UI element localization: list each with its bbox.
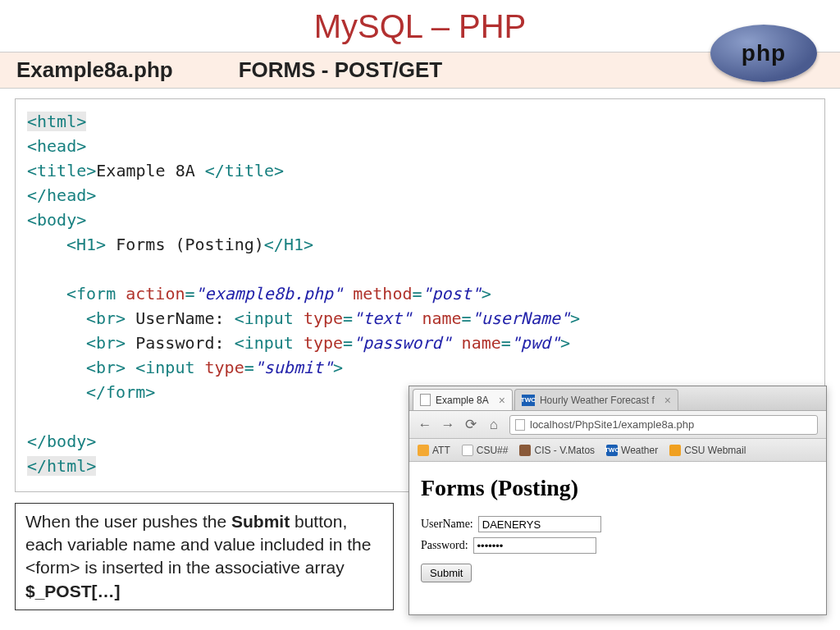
mail-icon xyxy=(669,445,681,456)
subtitle-filename: Example8a.php xyxy=(16,57,173,83)
bookmark-bar: ATT CSU## CIS - V.Matos TWCWeather CSU W… xyxy=(409,439,826,462)
bookmark-item[interactable]: CSU## xyxy=(462,445,509,456)
submit-button[interactable]: Submit xyxy=(421,564,472,582)
browser-tab-inactive[interactable]: TWC Hourly Weather Forecast f × xyxy=(514,389,678,410)
document-icon xyxy=(462,445,473,456)
bookmark-item[interactable]: TWCWeather xyxy=(606,445,658,456)
document-icon xyxy=(420,394,431,406)
password-label: Password: xyxy=(421,539,468,552)
caption-box: When the user pushes the Submit button, … xyxy=(15,503,394,610)
forward-icon[interactable]: → xyxy=(441,417,455,433)
php-logo: php xyxy=(710,25,817,82)
tab-label: Hourly Weather Forecast f xyxy=(540,395,655,406)
browser-tab-active[interactable]: Example 8A × xyxy=(413,389,513,410)
password-input[interactable] xyxy=(473,537,596,554)
subtitle-section: FORMS - POST/GET xyxy=(239,57,442,83)
bookmark-item[interactable]: CSU Webmail xyxy=(669,445,746,456)
cis-icon xyxy=(519,445,531,456)
nav-bar: ← → ⟳ ⌂ localhost/PhpSite1/example8a.php xyxy=(409,411,826,439)
back-icon[interactable]: ← xyxy=(418,417,432,433)
username-input[interactable] xyxy=(478,516,601,532)
browser-window: Example 8A × TWC Hourly Weather Forecast… xyxy=(409,386,827,615)
reload-icon[interactable]: ⟳ xyxy=(463,416,478,433)
home-icon[interactable]: ⌂ xyxy=(486,417,501,433)
page-heading: Forms (Posting) xyxy=(421,475,815,501)
page-content: Forms (Posting) UserName: Password: Subm… xyxy=(409,462,826,591)
twc-icon: TWC xyxy=(606,445,618,456)
close-icon[interactable]: × xyxy=(499,394,505,407)
page-icon xyxy=(515,419,525,431)
bookmark-item[interactable]: CIS - V.Matos xyxy=(519,445,595,456)
url-text: localhost/PhpSite1/example8a.php xyxy=(530,418,694,431)
twc-icon: TWC xyxy=(522,395,535,406)
php-logo-text: php xyxy=(742,40,786,66)
tab-label: Example 8A xyxy=(436,395,489,406)
tab-strip: Example 8A × TWC Hourly Weather Forecast… xyxy=(409,386,826,411)
close-icon[interactable]: × xyxy=(664,394,671,407)
bookmark-item[interactable]: ATT xyxy=(418,445,450,456)
username-label: UserName: xyxy=(421,518,473,531)
url-bar[interactable]: localhost/PhpSite1/example8a.php xyxy=(509,415,818,435)
att-icon xyxy=(418,445,429,456)
